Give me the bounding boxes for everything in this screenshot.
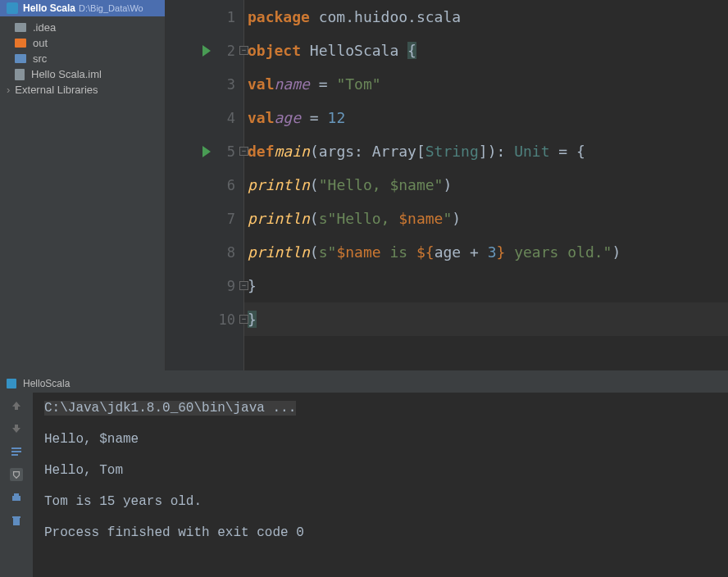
svg-rect-2 — [11, 454, 18, 456]
run-icon[interactable] — [202, 45, 211, 57]
wrap-icon[interactable] — [10, 445, 23, 458]
gutter-line[interactable]: 2 − — [166, 34, 243, 67]
folder-icon — [15, 39, 26, 48]
line-number: 7 — [227, 211, 235, 227]
gutter-line[interactable]: 7 — [166, 202, 243, 235]
output-line: Hello, $name — [44, 432, 717, 447]
code-line: } — [244, 269, 728, 302]
tree-label: External Libraries — [15, 84, 98, 96]
code-line: println("Hello, $name") — [244, 168, 728, 202]
project-path: D:\Big_Data\Wo — [79, 3, 143, 13]
code-line: package com.huidoo.scala — [244, 0, 728, 34]
run-title: HelloScala — [23, 378, 70, 389]
editor-area: 1 2 − 3 4 5 − 6 7 — [166, 0, 728, 370]
print-icon[interactable] — [10, 491, 23, 504]
scroll-icon[interactable] — [10, 468, 23, 481]
svg-rect-3 — [12, 496, 20, 501]
svg-rect-5 — [13, 518, 20, 525]
code-line: println(s"Hello, $name") — [244, 202, 728, 235]
code-line: def main(args: Array[String]): Unit = { — [244, 134, 728, 168]
fold-icon[interactable]: − — [239, 315, 248, 324]
line-number: 5 — [227, 143, 235, 160]
fold-icon[interactable]: − — [239, 147, 248, 156]
tree-label: Hello Scala.iml — [31, 68, 102, 80]
output-cmd: C:\Java\jdk1.8.0_60\bin\java ... — [44, 401, 296, 416]
line-number: 9 — [227, 278, 235, 294]
tree-label: .idea — [33, 21, 56, 34]
fold-icon[interactable]: − — [239, 281, 248, 290]
project-name: Hello Scala — [23, 2, 75, 14]
code-line: println(s"$name is ${age + 3} years old.… — [244, 235, 728, 269]
file-icon — [15, 69, 25, 80]
output-line: Process finished with exit code 0 — [44, 525, 717, 540]
run-config-icon — [7, 379, 16, 388]
tree-item-idea[interactable]: .idea — [0, 20, 165, 35]
line-number: 2 — [227, 43, 235, 59]
run-header[interactable]: HelloScala — [0, 375, 728, 393]
run-icon[interactable] — [202, 146, 211, 157]
tree-item-src[interactable]: src — [0, 51, 165, 66]
code-line: val name = "Tom" — [244, 67, 728, 101]
line-number: 10 — [219, 311, 235, 328]
tree-item-out[interactable]: out — [0, 35, 165, 51]
folder-icon — [15, 54, 26, 63]
line-number: 1 — [227, 9, 235, 25]
output-line: Tom is 15 years old. — [44, 494, 717, 509]
tree-item-iml[interactable]: Hello Scala.iml — [0, 66, 165, 82]
run-panel: HelloScala C:\Java\jdk1.8.0_60\bin\java … — [0, 370, 728, 577]
project-tree: .idea out src Hello Scala.iml › External… — [0, 16, 165, 101]
code-editor[interactable]: package com.huidoo.scala object HelloSca… — [244, 0, 728, 370]
line-number: 4 — [227, 110, 235, 126]
trash-icon[interactable] — [10, 514, 23, 527]
run-output[interactable]: C:\Java\jdk1.8.0_60\bin\java ... Hello, … — [33, 393, 728, 577]
line-number: 3 — [227, 76, 235, 93]
svg-rect-6 — [12, 516, 20, 518]
line-number: 8 — [227, 244, 235, 261]
folder-icon — [15, 23, 26, 32]
tree-item-external[interactable]: › External Libraries — [0, 82, 165, 98]
svg-rect-1 — [11, 451, 21, 452]
code-line: val age = 12 — [244, 101, 728, 134]
project-header[interactable]: Hello Scala D:\Big_Data\Wo — [0, 0, 165, 16]
gutter-line[interactable]: 4 — [166, 101, 243, 134]
line-number: 6 — [227, 177, 235, 193]
project-sidebar: Hello Scala D:\Big_Data\Wo .idea out src… — [0, 0, 166, 370]
code-line: object HelloScala { — [244, 34, 728, 67]
arrow-up-icon[interactable] — [10, 399, 23, 412]
top-section: Hello Scala D:\Big_Data\Wo .idea out src… — [0, 0, 728, 370]
fold-icon[interactable]: − — [239, 46, 248, 55]
gutter-line[interactable]: 10 − — [166, 302, 243, 336]
tree-label: src — [33, 52, 47, 65]
tree-label: out — [33, 37, 48, 49]
gutter-line[interactable]: 3 — [166, 67, 243, 101]
gutter-line[interactable]: 1 — [166, 0, 243, 34]
run-body: C:\Java\jdk1.8.0_60\bin\java ... Hello, … — [0, 393, 728, 577]
project-icon — [7, 2, 18, 14]
arrow-down-icon[interactable] — [10, 422, 23, 435]
svg-rect-4 — [14, 493, 19, 496]
gutter-line[interactable]: 5 − — [166, 134, 243, 168]
gutter-line[interactable]: 6 — [166, 168, 243, 202]
gutter: 1 2 − 3 4 5 − 6 7 — [166, 0, 244, 370]
run-toolbar — [0, 393, 33, 577]
gutter-line[interactable]: 8 — [166, 235, 243, 269]
gutter-line[interactable]: 9 − — [166, 269, 243, 302]
output-line: Hello, Tom — [44, 463, 717, 478]
chevron-right-icon: › — [7, 84, 10, 96]
svg-rect-0 — [11, 448, 21, 449]
code-line: } — [244, 302, 728, 336]
